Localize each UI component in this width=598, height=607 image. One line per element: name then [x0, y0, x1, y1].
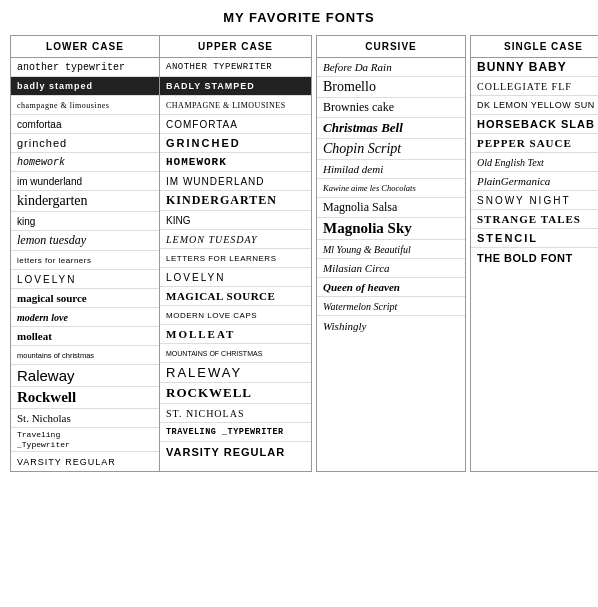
tables-wrapper: LOWER CASE another typewriter badly stam…	[10, 35, 588, 472]
list-item: Watermelon Script	[317, 297, 465, 316]
list-item: PlainGermanica	[471, 172, 598, 191]
list-item: MOUNTAINS OF CHRISTMAS	[160, 344, 311, 363]
list-item: Ml Young & Beautiful	[317, 240, 465, 259]
list-item: ROCKWELL	[160, 383, 311, 404]
list-item: grinched	[11, 134, 159, 153]
left-tables: LOWER CASE another typewriter badly stam…	[10, 35, 312, 472]
list-item: kindergarten	[11, 191, 159, 212]
list-item: COLLEGIATE FLF	[471, 77, 598, 96]
list-item: MAGICAL SOURCE	[160, 287, 311, 306]
list-item: Before Da Rain	[317, 58, 465, 77]
list-item: Wishingly	[317, 316, 465, 335]
list-item: Old English Text	[471, 153, 598, 172]
list-item: modern love	[11, 308, 159, 327]
list-item: molleat	[11, 327, 159, 346]
list-item: PEPPER SAUCE	[471, 134, 598, 153]
upper-case-column: UPPER CASE ANOTHER TYPEWRITER BADLY STAM…	[159, 36, 311, 471]
list-item: Milasian Circa	[317, 259, 465, 278]
list-item: Queen of heaven	[317, 278, 465, 297]
upper-case-header: UPPER CASE	[160, 36, 311, 58]
list-item: RALEWAY	[160, 363, 311, 383]
list-item: badly stamped	[11, 77, 159, 96]
list-item: COMFORTAA	[160, 115, 311, 134]
list-item: Kawine aime les Chocolats	[317, 179, 465, 198]
list-item: STRANGE TALES	[471, 210, 598, 229]
list-item: BUNNY BABY	[471, 58, 598, 77]
list-item: MODERN LOVE CAPS	[160, 306, 311, 325]
list-item: Bromello	[317, 77, 465, 98]
list-item: SNOWY NIGHT	[471, 191, 598, 210]
list-item: magical source	[11, 289, 159, 308]
list-item: DK LEMON YELLOW SUN	[471, 96, 598, 115]
list-item: VARSITY REGULAR	[160, 442, 311, 461]
lower-case-column: LOWER CASE another typewriter badly stam…	[11, 36, 159, 471]
list-item: homework	[11, 153, 159, 172]
single-case-header: SINGLE CASE	[471, 36, 598, 58]
list-item: champagne & limousines	[11, 96, 159, 115]
list-item: Christmas Bell	[317, 118, 465, 139]
list-item: Raleway	[11, 365, 159, 387]
list-item: TRAVELING _TYPEWRITER	[160, 423, 311, 442]
list-item: LOVELYN	[160, 268, 311, 287]
list-item: STENCIL	[471, 229, 598, 248]
list-item: another typewriter	[11, 58, 159, 77]
list-item: GRINCHED	[160, 134, 311, 153]
list-item: IM WUNDERLAND	[160, 172, 311, 191]
list-item: LEMON TUESDAY	[160, 230, 311, 249]
list-item: MOLLEAT	[160, 325, 311, 344]
list-item: ANOTHER TYPEWRITER	[160, 58, 311, 77]
cursive-column: CURSIVE Before Da Rain Bromello Brownies…	[317, 36, 465, 471]
list-item: king	[11, 212, 159, 231]
list-item: ST. NICHOLAS	[160, 404, 311, 423]
list-item: comfortaa	[11, 115, 159, 134]
list-item: Rockwell	[11, 387, 159, 409]
single-case-tables: SINGLE CASE BUNNY BABY COLLEGIATE FLF DK…	[470, 35, 598, 472]
list-item: HOMEWORK	[160, 153, 311, 172]
list-item: THE BOLD FONT	[471, 248, 598, 267]
list-item: CHAMPAGNE & LIMOUSINES	[160, 96, 311, 115]
list-item: Traveling_Typewriter	[11, 428, 159, 452]
list-item: VARSITY REGULAR	[11, 452, 159, 471]
list-item: KING	[160, 211, 311, 230]
list-item: LETTERS FOR LEARNERS	[160, 249, 311, 268]
lower-case-header: LOWER CASE	[11, 36, 159, 58]
list-item: Brownies cake	[317, 98, 465, 118]
list-item: Magnolia Sky	[317, 218, 465, 240]
list-item: Chopin Script	[317, 139, 465, 160]
list-item: KINDERGARTEN	[160, 191, 311, 211]
list-item: LOVELYN	[11, 270, 159, 289]
cursive-tables: CURSIVE Before Da Rain Bromello Brownies…	[316, 35, 466, 472]
list-item: Himilad demi	[317, 160, 465, 179]
list-item: Magnolia Salsa	[317, 198, 465, 218]
list-item: HORSEBACK SLAB	[471, 115, 598, 134]
list-item: St. Nicholas	[11, 409, 159, 428]
list-item: letters for learners	[11, 251, 159, 270]
list-item: mountains of christmas	[11, 346, 159, 365]
page-title: MY FAVORITE FONTS	[10, 10, 588, 25]
list-item: lemon tuesday	[11, 231, 159, 251]
single-case-column: SINGLE CASE BUNNY BABY COLLEGIATE FLF DK…	[471, 36, 598, 471]
cursive-header: CURSIVE	[317, 36, 465, 58]
list-item: im wunderland	[11, 172, 159, 191]
list-item: BADLY STAMPED	[160, 77, 311, 96]
